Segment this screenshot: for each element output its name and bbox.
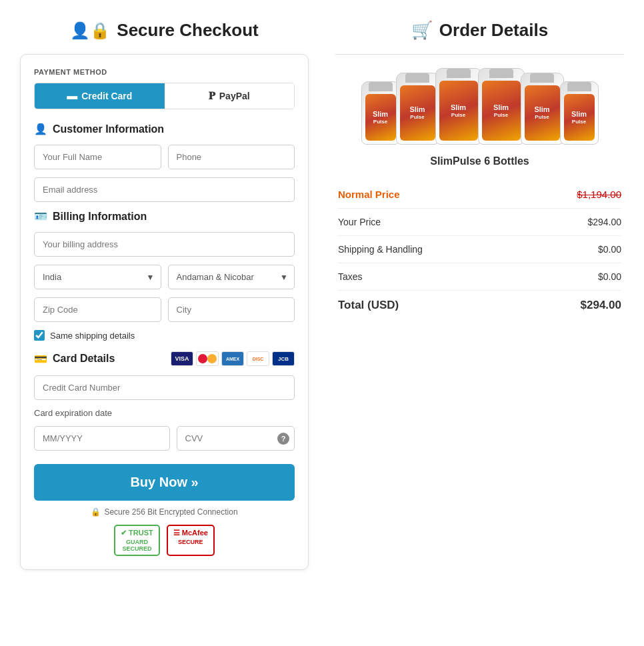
page-title: 👤🔒 Secure Checkout [20, 20, 309, 41]
product-image-area: SlimPulse SlimPulse SlimPulse [335, 68, 624, 145]
card-number-input[interactable] [34, 375, 295, 400]
country-state-row: India ▼ Andaman & Nicobar ▼ [34, 265, 295, 289]
secure-icon: 👤🔒 [70, 21, 110, 40]
bottle-6: SlimPulse [560, 81, 599, 145]
mastercard-icon [196, 351, 219, 366]
bottle-4: SlimPulse [478, 68, 525, 145]
same-shipping-row: Same shipping details [34, 330, 295, 341]
credit-card-tab[interactable]: ▬ Credit Card [35, 83, 165, 109]
zip-city-row [34, 297, 295, 322]
card-section-title: 💳 Card Details [34, 353, 115, 365]
card-icon: 💳 [34, 353, 47, 365]
address-group [34, 232, 295, 257]
phone-input[interactable] [168, 145, 295, 169]
expiry-cvv-row: ? [34, 426, 295, 451]
discover-icon: DISC [247, 351, 269, 366]
expiry-input[interactable] [34, 426, 170, 451]
country-select[interactable]: India [34, 265, 161, 289]
credit-card-icon: ▬ [67, 90, 77, 102]
billing-icon: 🪪 [34, 210, 47, 223]
total-row: Total (USD) $294.00 [338, 291, 621, 320]
price-rows: Normal Price $1,194.00 Your Price $294.0… [335, 181, 624, 320]
customer-section-header: 👤 Customer Information [34, 123, 295, 135]
payment-tabs: ▬ Credit Card 𝐏 PayPal [34, 83, 295, 109]
email-group [34, 177, 295, 202]
buy-now-button[interactable]: Buy Now » [34, 464, 295, 501]
payment-method-label: PAYMENT METHOD [34, 68, 295, 76]
card-number-group [34, 375, 295, 400]
taxes-row: Taxes $0.00 [338, 263, 621, 291]
bottle-group: SlimPulse SlimPulse SlimPulse [361, 68, 599, 145]
product-title: SlimPulse 6 Bottles [335, 155, 624, 167]
card-icons-group: VISA AMEX DISC JCB [171, 351, 295, 366]
amex-icon: AMEX [221, 351, 244, 366]
state-select[interactable]: Andaman & Nicobar [168, 265, 295, 289]
paypal-icon: 𝐏 [209, 90, 215, 102]
name-phone-row [34, 145, 295, 169]
full-name-input[interactable] [34, 145, 161, 169]
shipping-row: Shipping & Handling $0.00 [338, 236, 621, 263]
card-details-header: 💳 Card Details VISA AMEX DISC JCB [34, 351, 295, 366]
city-input[interactable] [168, 297, 295, 322]
order-divider [335, 54, 624, 55]
mcafee-badge: ☰ McAfee SECURE [167, 525, 215, 556]
billing-address-input[interactable] [34, 232, 295, 257]
right-panel: 🛒 Order Details SlimPulse SlimPulse [322, 13, 637, 577]
state-select-wrap: Andaman & Nicobar ▼ [168, 265, 295, 289]
trustguard-badge: ✔ TRUST GUARD SECURED [114, 525, 160, 556]
shield-icon: 🔒 [91, 507, 101, 517]
country-select-wrap: India ▼ [34, 265, 161, 289]
jcb-icon: JCB [272, 351, 295, 366]
cvv-wrap: ? [177, 426, 295, 451]
same-shipping-label: Same shipping details [50, 331, 135, 341]
visa-icon: VISA [171, 351, 193, 366]
paypal-tab[interactable]: 𝐏 PayPal [165, 83, 295, 109]
checkout-card: PAYMENT METHOD ▬ Credit Card 𝐏 PayPal 👤 … [20, 54, 309, 570]
billing-section-header: 🪪 Billing Information [34, 210, 295, 223]
zip-input[interactable] [34, 297, 161, 322]
cart-icon: 🛒 [411, 20, 433, 41]
trust-badges: ✔ TRUST GUARD SECURED ☰ McAfee SECURE [34, 525, 295, 556]
bottle-3: SlimPulse [435, 68, 482, 145]
person-icon: 👤 [34, 123, 47, 135]
secure-text: 🔒 Secure 256 Bit Encrypted Connection [34, 507, 295, 517]
order-title: 🛒 Order Details [335, 20, 624, 41]
normal-price-row: Normal Price $1,194.00 [338, 181, 621, 209]
bottle-5: SlimPulse [521, 73, 564, 145]
expiry-label: Card expiration date [34, 408, 295, 418]
same-shipping-checkbox[interactable] [34, 330, 45, 341]
email-input[interactable] [34, 177, 295, 202]
your-price-row: Your Price $294.00 [338, 209, 621, 236]
left-panel: 👤🔒 Secure Checkout PAYMENT METHOD ▬ Cred… [7, 13, 322, 577]
cvv-help-icon[interactable]: ? [277, 433, 289, 445]
bottle-2: SlimPulse [396, 73, 439, 145]
bottle-1: SlimPulse [361, 81, 400, 145]
